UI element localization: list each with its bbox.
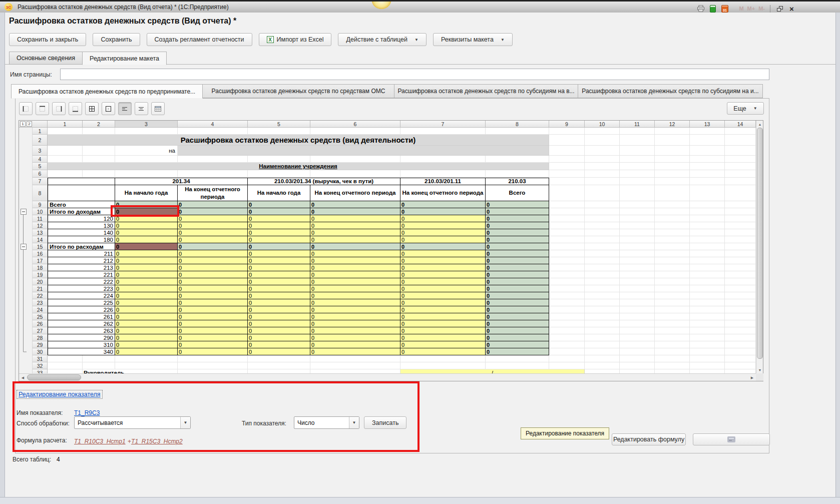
cell-r3c13[interactable]	[690, 146, 725, 156]
cell-r6c11[interactable]	[620, 170, 655, 178]
cell-r33c11[interactable]	[620, 369, 655, 373]
cell-r23c9[interactable]	[549, 299, 585, 306]
cell-r26c6[interactable]: 0	[310, 320, 400, 327]
cell-r32c5[interactable]	[248, 362, 310, 369]
cell-r4c3[interactable]	[115, 156, 178, 163]
cell-r9c11[interactable]	[620, 201, 655, 208]
cell-r21c5[interactable]: 0	[248, 285, 310, 292]
cell-r7c7[interactable]: 210.03/201.11	[400, 178, 486, 185]
cell-r2c12[interactable]	[655, 135, 690, 146]
cell-r32c2[interactable]	[83, 362, 115, 369]
cell-r27c9[interactable]	[549, 327, 585, 334]
cell-r27c4[interactable]: 0	[178, 327, 248, 334]
cell-r21c4[interactable]: 0	[178, 285, 248, 292]
cell-r11c13[interactable]	[690, 215, 725, 222]
cell-r18c4[interactable]: 0	[178, 264, 248, 271]
cell-r32c13[interactable]	[690, 362, 725, 369]
cell-r17c5[interactable]: 0	[248, 257, 310, 264]
cell-r1c2[interactable]	[83, 128, 115, 135]
cell-r8c10[interactable]	[585, 185, 620, 201]
column-header-4[interactable]: 4	[178, 121, 248, 128]
cell-r20c1[interactable]: 222	[48, 278, 115, 285]
cell-r22c6[interactable]: 0	[310, 292, 400, 299]
column-header-14[interactable]: 14	[725, 121, 756, 128]
cell-r29c8[interactable]: 0	[486, 341, 549, 348]
cell-r8c14[interactable]	[725, 185, 756, 201]
cell-r22c9[interactable]	[549, 292, 585, 299]
row-header-3[interactable]: 3	[33, 146, 48, 156]
cell-r8c5[interactable]: На начало года	[248, 185, 310, 201]
cell-r4c12[interactable]	[655, 156, 690, 163]
cell-r12c1[interactable]: 130	[48, 222, 115, 229]
cell-r11c4[interactable]: 0	[178, 215, 248, 222]
cell-r6c1[interactable]	[48, 170, 83, 178]
cell-r29c9[interactable]	[549, 341, 585, 348]
cell-r2c1[interactable]: Расшифровка остатков денежных средств (в…	[48, 135, 549, 146]
column-header-9[interactable]: 9	[549, 121, 585, 128]
cell-r11c11[interactable]	[620, 215, 655, 222]
cell-r19c9[interactable]	[549, 271, 585, 278]
cell-r24c4[interactable]: 0	[178, 306, 248, 313]
cell-r19c12[interactable]	[655, 271, 690, 278]
cell-r4c2[interactable]	[83, 156, 115, 163]
cell-r6c3[interactable]	[115, 170, 178, 178]
sheet-tab-4[interactable]: Расшифровка остатков денежных средств по…	[578, 84, 763, 98]
row-header-1[interactable]: 1	[33, 128, 48, 135]
cell-r21c7[interactable]: 0	[400, 285, 486, 292]
cell-r14c1[interactable]: 180	[48, 236, 115, 243]
cell-r12c6[interactable]: 0	[310, 222, 400, 229]
row-header-20[interactable]: 20	[33, 278, 48, 285]
cell-r1c9[interactable]	[549, 128, 585, 135]
cell-r16c3[interactable]: 0	[115, 250, 178, 257]
cell-r32c12[interactable]	[655, 362, 690, 369]
cell-r26c8[interactable]: 0	[486, 320, 549, 327]
cell-r33c6[interactable]	[310, 369, 400, 373]
cell-r22c1[interactable]: 224	[48, 292, 115, 299]
cell-r27c5[interactable]: 0	[248, 327, 310, 334]
cell-r13c4[interactable]: 0	[178, 229, 248, 236]
cell-r18c12[interactable]	[655, 264, 690, 271]
command-button-3[interactable]: Создать регламент отчетности	[147, 33, 252, 46]
cell-r9c3[interactable]: 0	[115, 201, 178, 208]
cell-r13c9[interactable]	[549, 229, 585, 236]
cell-r32c6[interactable]	[310, 362, 400, 369]
row-header-27[interactable]: 27	[33, 327, 48, 334]
cell-r14c4[interactable]: 0	[178, 236, 248, 243]
cell-r8c1[interactable]	[48, 185, 115, 201]
command-button-4[interactable]: XИмпорт из Excel	[259, 33, 332, 46]
cell-r7c3[interactable]: 201.34	[115, 178, 248, 185]
cell-r10c7[interactable]: 0	[400, 208, 486, 215]
cell-r7c11[interactable]	[620, 178, 655, 185]
cell-r14c8[interactable]: 0	[486, 236, 549, 243]
cell-r1c4[interactable]	[178, 128, 248, 135]
cell-r23c5[interactable]: 0	[248, 299, 310, 306]
cell-r24c6[interactable]: 0	[310, 306, 400, 313]
cell-r16c14[interactable]	[725, 250, 756, 257]
cell-r23c14[interactable]	[725, 299, 756, 306]
cell-r28c5[interactable]: 0	[248, 334, 310, 341]
command-button-1[interactable]: Сохранить и закрыть	[9, 33, 86, 46]
cell-r21c3[interactable]: 0	[115, 285, 178, 292]
cell-r19c4[interactable]: 0	[178, 271, 248, 278]
cell-r26c5[interactable]: 0	[248, 320, 310, 327]
cell-r23c12[interactable]	[655, 299, 690, 306]
cell-r6c14[interactable]	[725, 170, 756, 178]
cell-r25c1[interactable]: 261	[48, 313, 115, 320]
cell-r26c13[interactable]	[690, 320, 725, 327]
close-window-icon[interactable]: ×	[787, 5, 796, 13]
cell-r33c1[interactable]	[48, 369, 83, 373]
cell-r3c2[interactable]	[83, 146, 115, 156]
cell-r31c4[interactable]	[178, 355, 248, 362]
memory-m-button[interactable]: M	[739, 6, 743, 12]
cell-r30c12[interactable]	[655, 348, 690, 355]
cell-r29c7[interactable]: 0	[400, 341, 486, 348]
cell-r26c14[interactable]	[725, 320, 756, 327]
cell-r6c10[interactable]	[585, 170, 620, 178]
cell-r10c4[interactable]: 0	[178, 208, 248, 215]
column-header-13[interactable]: 13	[690, 121, 725, 128]
row-header-14[interactable]: 14	[33, 236, 48, 243]
cell-r3c12[interactable]	[655, 146, 690, 156]
cell-r6c6[interactable]	[310, 170, 400, 178]
cell-r25c6[interactable]: 0	[310, 313, 400, 320]
cell-r4c7[interactable]	[400, 156, 486, 163]
